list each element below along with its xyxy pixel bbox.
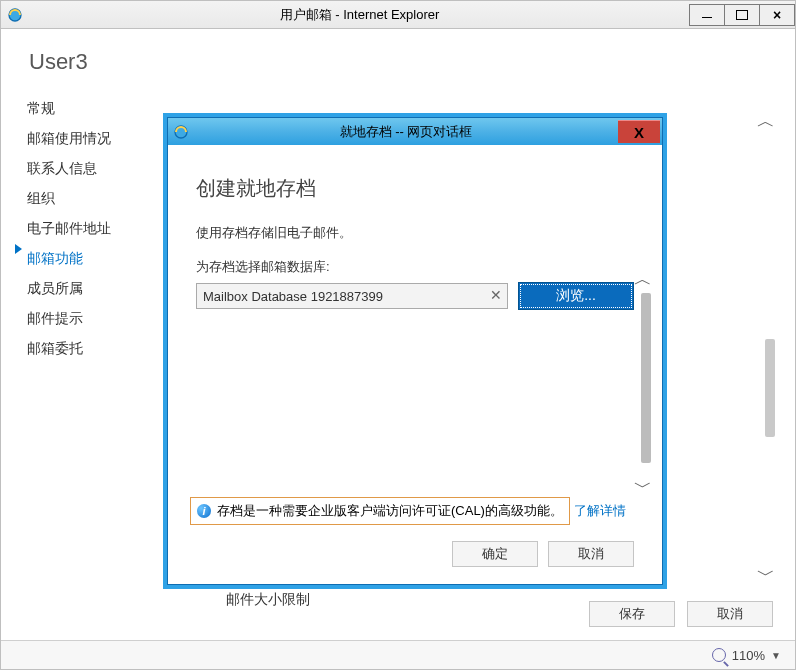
- dialog-title: 就地存档 -- 网页对话框: [194, 123, 618, 141]
- ok-button[interactable]: 确定: [452, 541, 538, 567]
- learn-more-link[interactable]: 了解详情: [574, 502, 626, 520]
- clear-input-icon[interactable]: ✕: [490, 287, 502, 303]
- window-controls: ×: [690, 4, 795, 26]
- nav-item-email-address[interactable]: 电子邮件地址: [27, 213, 111, 243]
- save-button[interactable]: 保存: [589, 601, 675, 627]
- nav-item-delegation[interactable]: 邮箱委托: [27, 333, 111, 363]
- page-title: User3: [29, 49, 88, 75]
- dialog-footer-buttons: 确定 取消: [452, 541, 634, 567]
- app-window: 用户邮箱 - Internet Explorer × User3 常规 邮箱使用…: [0, 0, 796, 670]
- dialog-scroll-down-icon[interactable]: ﹀: [634, 475, 652, 499]
- nav-item-mailbox-features[interactable]: 邮箱功能: [27, 243, 111, 273]
- maximize-button[interactable]: [724, 4, 760, 26]
- zoom-dropdown-icon[interactable]: ▼: [771, 650, 781, 661]
- db-field-label: 为存档选择邮箱数据库:: [196, 258, 634, 276]
- nav-item-contact-info[interactable]: 联系人信息: [27, 153, 111, 183]
- main-content: User3 常规 邮箱使用情况 联系人信息 组织 电子邮件地址 邮箱功能 成员所…: [1, 29, 795, 641]
- side-nav: 常规 邮箱使用情况 联系人信息 组织 电子邮件地址 邮箱功能 成员所属 邮件提示…: [27, 93, 111, 363]
- minimize-button[interactable]: [689, 4, 725, 26]
- truncated-section-label: 邮件大小限制: [226, 591, 310, 609]
- db-field-row: ✕ 浏览...: [196, 282, 634, 310]
- archive-dialog: 就地存档 -- 网页对话框 X 创建就地存档 使用存档存储旧电子邮件。 为存档选…: [167, 117, 663, 585]
- window-title: 用户邮箱 - Internet Explorer: [29, 6, 690, 24]
- ie-icon: [173, 124, 189, 140]
- info-row: i 存档是一种需要企业版客户端访问许可证(CAL)的高级功能。 了解详情: [190, 497, 636, 525]
- dialog-titlebar: 就地存档 -- 网页对话框 X: [168, 118, 662, 145]
- nav-item-organization[interactable]: 组织: [27, 183, 111, 213]
- outer-scroll-down-icon[interactable]: ﹀: [757, 563, 775, 587]
- info-icon: i: [197, 504, 211, 518]
- nav-item-mailtip[interactable]: 邮件提示: [27, 303, 111, 333]
- dialog-description: 使用存档存储旧电子邮件。: [196, 224, 634, 242]
- dialog-scrollbar[interactable]: [641, 293, 651, 463]
- mailbox-database-input[interactable]: [196, 283, 508, 309]
- dialog-scroll-up-icon[interactable]: ︿: [634, 267, 652, 291]
- info-callout: i 存档是一种需要企业版客户端访问许可证(CAL)的高级功能。: [190, 497, 570, 525]
- main-cancel-button[interactable]: 取消: [687, 601, 773, 627]
- dialog-body: 创建就地存档 使用存档存储旧电子邮件。 为存档选择邮箱数据库: ✕ 浏览... …: [168, 145, 662, 583]
- db-input-wrap: ✕: [196, 283, 508, 309]
- main-titlebar: 用户邮箱 - Internet Explorer ×: [1, 1, 795, 29]
- status-bar: 110% ▼: [1, 640, 795, 669]
- outer-scroll-up-icon[interactable]: ︿: [757, 109, 775, 133]
- nav-item-mailbox-usage[interactable]: 邮箱使用情况: [27, 123, 111, 153]
- browse-button[interactable]: 浏览...: [518, 282, 634, 310]
- zoom-level: 110%: [732, 648, 765, 663]
- dialog-cancel-button[interactable]: 取消: [548, 541, 634, 567]
- dialog-heading: 创建就地存档: [196, 175, 634, 202]
- info-text: 存档是一种需要企业版客户端访问许可证(CAL)的高级功能。: [217, 502, 563, 520]
- main-footer-buttons: 保存 取消: [589, 601, 773, 627]
- close-button[interactable]: ×: [759, 4, 795, 26]
- nav-item-general[interactable]: 常规: [27, 93, 111, 123]
- nav-item-member-of[interactable]: 成员所属: [27, 273, 111, 303]
- dialog-close-button[interactable]: X: [618, 120, 660, 143]
- nav-active-indicator-icon: [15, 244, 22, 254]
- zoom-icon[interactable]: [712, 648, 726, 662]
- outer-scrollbar[interactable]: [765, 339, 775, 437]
- ie-icon: [7, 7, 23, 23]
